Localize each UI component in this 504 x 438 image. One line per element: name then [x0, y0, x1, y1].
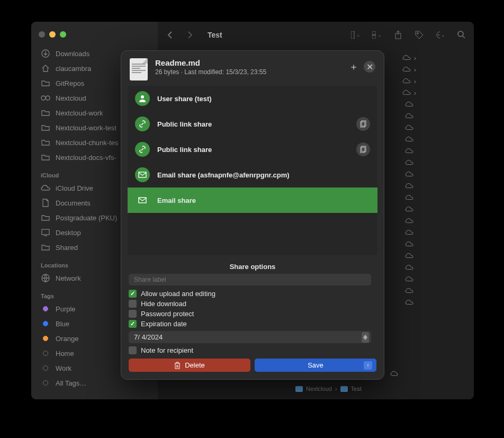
tag-icon[interactable] [415, 30, 424, 40]
path-root: Nextcloud [306, 386, 332, 392]
trash-icon [174, 362, 181, 369]
svg-rect-27 [139, 198, 146, 203]
cloud-icon [405, 135, 413, 144]
option-expiration-date[interactable]: Expiration date [129, 319, 376, 329]
share-row-4[interactable]: Email share [128, 187, 377, 213]
save-label: Save [308, 361, 323, 369]
tag-dot-icon [41, 378, 50, 388]
back-button[interactable] [165, 30, 175, 40]
tag-dot-icon [41, 334, 50, 343]
share-row-0[interactable]: User share (test) [128, 86, 377, 111]
share-label: Public link share [157, 146, 349, 154]
option-note-recipient[interactable]: Note for recipient [129, 345, 376, 355]
svg-line-18 [463, 36, 465, 38]
toolbar: Test ⌄ ⌄ ⌄ [158, 22, 474, 48]
folder-icon [41, 153, 50, 162]
folder-icon [41, 123, 50, 132]
cloud-icon [402, 53, 411, 62]
option-allow-upload[interactable]: Allow upload and editing [129, 289, 376, 299]
svg-point-17 [458, 31, 463, 37]
tag-dot-icon [41, 363, 50, 373]
cloud-icon [405, 275, 413, 283]
checkbox-icon[interactable] [129, 300, 137, 308]
checkbox-icon[interactable] [129, 346, 137, 354]
link-icon [135, 142, 150, 157]
close-window-button[interactable] [39, 31, 45, 38]
forward-button[interactable] [185, 30, 195, 40]
action-icon[interactable]: ⌄ [436, 30, 445, 40]
option-label: Expiration date [141, 320, 187, 328]
chevron-right-icon: › [414, 54, 416, 62]
folder-icon [41, 213, 50, 222]
close-sheet-button[interactable]: ✕ [364, 61, 375, 73]
share-row-1[interactable]: Public link share [128, 111, 377, 137]
svg-point-21 [141, 95, 144, 99]
svg-rect-7 [372, 31, 376, 34]
tag-dot-icon [41, 304, 50, 314]
folder-icon [41, 138, 50, 147]
cloud-icon [390, 371, 399, 377]
add-share-button[interactable]: ＋ [348, 60, 359, 73]
desktop-icon [41, 228, 50, 237]
checkbox-icon[interactable] [129, 320, 137, 328]
cloud-icon [405, 112, 413, 120]
svg-rect-26 [139, 172, 146, 177]
option-label: Allow upload and editing [141, 290, 215, 298]
share-icon[interactable] [393, 30, 403, 40]
save-button[interactable]: Save ↑ [255, 359, 376, 372]
folder-icon [41, 108, 50, 118]
home-icon [41, 64, 50, 73]
svg-point-15 [438, 34, 439, 35]
cloud-icon [402, 77, 411, 85]
cloud-icon [405, 263, 413, 272]
sidebar-item-label: claucambra [56, 65, 91, 73]
traffic-lights [31, 27, 158, 46]
date-stepper[interactable] [362, 332, 369, 343]
minimize-window-button[interactable] [49, 31, 56, 38]
share-row-2[interactable]: Public link share [128, 137, 377, 162]
sidebar-item-label: Nextcloud [56, 94, 86, 102]
cloud-icon [405, 170, 413, 178]
group-icon[interactable]: ⌄ [372, 30, 382, 40]
sidebar-item-label: Nextcloud-work-test [56, 124, 116, 132]
option-label: Note for recipient [141, 346, 193, 354]
path-bar[interactable]: Nextcloud › Test [295, 386, 362, 392]
option-hide-download[interactable]: Hide download [129, 299, 376, 309]
cloud-icon [405, 182, 413, 190]
path-current: Test [351, 386, 362, 392]
cloud-icon [405, 240, 413, 248]
option-label: Password protect [141, 310, 194, 318]
option-password-protect[interactable]: Password protect [129, 309, 376, 319]
sidebar-item-label: Nextcloud-work [56, 109, 103, 117]
maximize-window-button[interactable] [60, 31, 66, 38]
sidebar-item-label: GitRepos [56, 79, 84, 87]
cloud-icon [405, 100, 413, 109]
file-thumbnail [130, 58, 148, 81]
folder-icon [41, 78, 50, 88]
sidebar-item-label: Shared [56, 244, 78, 252]
chevron-right-icon: › [414, 77, 416, 85]
checkbox-icon[interactable] [129, 310, 137, 318]
folder-icon [295, 386, 303, 392]
chevron-right-icon: › [335, 386, 337, 392]
option-label: Hide download [141, 300, 186, 308]
window-title: Test [208, 31, 347, 39]
share-row-3[interactable]: Email share (asfnapnfe@afenrpgnr.cpm) [128, 162, 377, 187]
share-sheet: Readme.md 26 bytes · Last modified: 15/3… [121, 50, 384, 380]
expiration-date-input[interactable]: 7/ 4/2024 [129, 331, 371, 343]
cloud-icon [405, 252, 413, 260]
sidebar-item-label: Work [56, 364, 71, 372]
delete-button[interactable]: Delete [129, 359, 250, 372]
share-label-input[interactable] [129, 274, 371, 285]
copy-link-button[interactable] [356, 117, 370, 131]
download-icon [41, 49, 50, 58]
sidebar-item-label: Downloads [56, 50, 89, 58]
doc-icon [41, 198, 50, 208]
search-icon[interactable] [457, 30, 466, 40]
checkbox-icon[interactable] [129, 290, 137, 298]
columns-view-icon[interactable]: ⌄ [351, 30, 361, 40]
chevron-right-icon: › [414, 66, 416, 74]
sidebar-item-label: Postgraduate (PKU) [56, 214, 117, 222]
share-label: Email share (asfnapnfe@afenrpgnr.cpm) [157, 171, 370, 179]
copy-link-button[interactable] [356, 142, 370, 156]
